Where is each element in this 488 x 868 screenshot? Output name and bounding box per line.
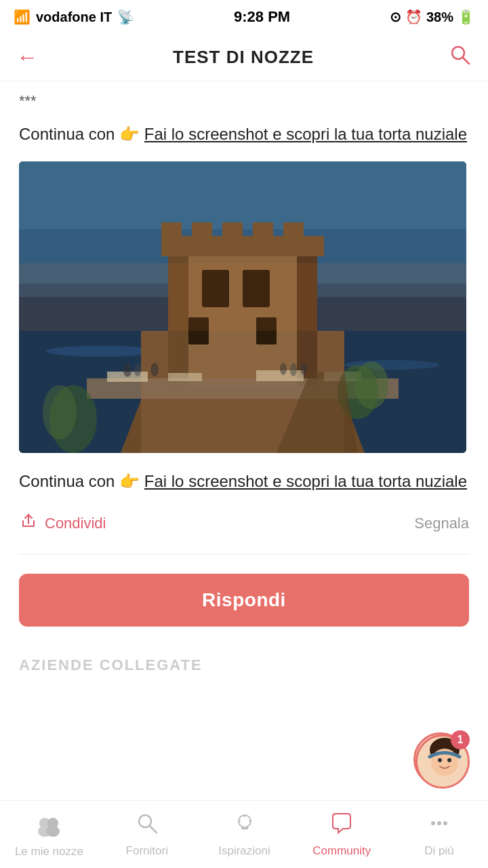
svg-point-29: [123, 363, 131, 377]
nav-item-di-piu[interactable]: Di più: [405, 811, 473, 858]
aziende-section: AZIENDE COLLEGATE: [0, 643, 488, 674]
main-content: *** Continua con 👉 Fai lo screenshot e s…: [0, 81, 488, 555]
status-left: 📶 vodafone IT 📡: [14, 9, 134, 25]
search-button[interactable]: [449, 43, 472, 72]
continua-prefix-1: Continua con 👉: [19, 125, 144, 143]
nav-label-fornitori: Fornitori: [126, 844, 168, 858]
svg-point-59: [431, 821, 435, 825]
status-time: 9:28 PM: [234, 8, 290, 26]
carrier-text: vodafone IT: [36, 9, 112, 25]
nav-item-le-mie-nozze[interactable]: Le mie nozze: [15, 811, 83, 859]
nav-icon-ispirazioni: [232, 811, 257, 840]
back-button[interactable]: ←: [16, 45, 38, 70]
svg-point-4: [46, 346, 155, 357]
continua-text-1: Continua con 👉 Fai lo screenshot e scopr…: [19, 122, 469, 146]
svg-rect-18: [253, 222, 273, 239]
alarm-icon: ⏰: [405, 9, 422, 25]
page-title: TEST DI NOZZE: [173, 47, 314, 68]
nav-bar: ← TEST DI NOZZE: [0, 34, 488, 81]
svg-point-34: [300, 363, 307, 375]
status-bar: 📶 vodafone IT 📡 9:28 PM ⊙ ⏰ 38% 🔋: [0, 0, 488, 34]
nav-label-di-piu: Di più: [424, 844, 453, 858]
wifi-icon: 📡: [117, 9, 134, 25]
nav-item-ispirazioni[interactable]: Ispirazioni: [211, 811, 279, 858]
nav-label-community: Community: [312, 844, 371, 858]
continua-prefix-2: Continua con 👉: [19, 472, 144, 490]
svg-point-33: [290, 363, 297, 376]
svg-rect-19: [283, 222, 304, 239]
share-button[interactable]: Condividi: [19, 511, 106, 535]
svg-point-36: [354, 361, 388, 409]
svg-rect-8: [19, 161, 466, 229]
status-right: ⊙ ⏰ 38% 🔋: [390, 9, 474, 25]
nav-icon-community: [329, 811, 354, 840]
floating-avatar[interactable]: 1: [413, 732, 468, 787]
svg-rect-26: [168, 373, 202, 381]
signal-icon: 📶: [14, 9, 30, 25]
nav-item-fornitori[interactable]: Fornitori: [113, 811, 181, 858]
nav-item-community[interactable]: Community: [308, 811, 375, 858]
svg-rect-17: [222, 222, 243, 239]
action-row: Condividi Segnala: [19, 511, 469, 555]
svg-point-38: [43, 385, 77, 439]
aziende-title: AZIENDE COLLEGATE: [19, 656, 469, 674]
share-icon: [19, 511, 38, 535]
nav-label-le-mie-nozze: Le mie nozze: [15, 845, 83, 859]
nav-label-ispirazioni: Ispirazioni: [218, 844, 270, 858]
svg-point-61: [443, 821, 447, 825]
bottom-nav: Le mie nozze Fornitori Ispirazioni: [0, 800, 488, 868]
svg-point-60: [437, 821, 441, 825]
segnala-button[interactable]: Segnala: [414, 515, 469, 532]
svg-rect-16: [192, 222, 212, 239]
svg-point-31: [150, 363, 159, 376]
dots-separator: ***: [19, 92, 469, 110]
svg-point-46: [438, 758, 442, 762]
svg-point-32: [280, 363, 287, 375]
svg-line-53: [150, 826, 157, 833]
svg-rect-39: [19, 263, 466, 331]
nav-icon-le-mie-nozze: [35, 811, 62, 841]
battery-text: 38%: [426, 9, 453, 25]
castle-image: [19, 161, 466, 453]
share-label: Condividi: [45, 515, 106, 532]
svg-point-51: [46, 826, 60, 837]
location-icon: ⊙: [390, 9, 401, 25]
notification-badge: 1: [451, 730, 470, 749]
svg-point-30: [134, 364, 141, 376]
svg-rect-15: [161, 222, 182, 239]
svg-line-1: [463, 58, 469, 64]
rispondi-button[interactable]: Rispondi: [19, 574, 469, 627]
nav-icon-fornitori: [135, 811, 159, 840]
torta-link-1[interactable]: Fai lo screenshot e scopri la tua torta …: [144, 125, 467, 143]
rispondi-wrapper: Rispondi: [0, 574, 488, 627]
svg-point-47: [447, 758, 451, 762]
torta-link-2[interactable]: Fai lo screenshot e scopri la tua torta …: [144, 472, 467, 490]
battery-icon: 🔋: [458, 9, 474, 25]
nav-icon-di-piu: [427, 811, 451, 840]
continua-text-2: Continua con 👉 Fai lo screenshot e scopr…: [19, 469, 469, 494]
